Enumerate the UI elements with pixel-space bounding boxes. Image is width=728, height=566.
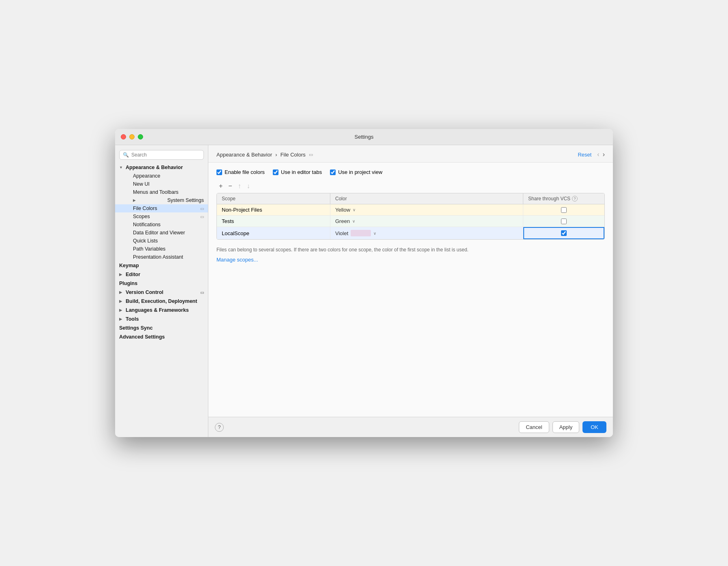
scope-cell: LocalScope xyxy=(217,227,330,239)
sidebar-item-notifications[interactable]: Notifications xyxy=(115,221,208,229)
table-row[interactable]: LocalScope Violet ∨ xyxy=(217,227,604,239)
color-cell[interactable]: Violet ∨ xyxy=(330,227,523,239)
titlebar: Settings xyxy=(115,129,613,145)
chevron-right-icon: ▶ xyxy=(119,272,124,277)
sidebar-item-keymap[interactable]: Keymap xyxy=(115,261,208,270)
table-header: Scope Color Share through VCS ? xyxy=(217,193,604,204)
sidebar-item-path-variables[interactable]: Path Variables xyxy=(115,245,208,253)
breadcrumb-separator-icon: › xyxy=(275,152,277,158)
breadcrumb: Appearance & Behavior › File Colors ▭ xyxy=(216,152,313,158)
sidebar-item-scopes[interactable]: Scopes ▭ xyxy=(115,212,208,221)
help-button[interactable]: ? xyxy=(215,423,224,432)
use-in-editor-tabs-label[interactable]: Use in editor tabs xyxy=(273,169,322,175)
chevron-down-icon: ▼ xyxy=(119,165,124,169)
sidebar-item-build-execution[interactable]: ▶ Build, Execution, Deployment xyxy=(115,297,208,306)
remove-button[interactable]: − xyxy=(226,181,234,191)
color-dropdown-arrow[interactable]: ∨ xyxy=(373,231,376,236)
sidebar-item-languages-frameworks[interactable]: ▶ Languages & Frameworks xyxy=(115,306,208,315)
sidebar-item-settings-sync[interactable]: Settings Sync xyxy=(115,324,208,332)
sidebar-item-appearance-behavior[interactable]: ▼ Appearance & Behavior xyxy=(115,163,208,172)
reset-button[interactable]: Reset xyxy=(578,152,591,158)
color-dropdown-arrow[interactable]: ∨ xyxy=(352,219,355,223)
main-body: Enable file colors Use in editor tabs Us… xyxy=(208,163,613,417)
sidebar-item-advanced-settings[interactable]: Advanced Settings xyxy=(115,332,208,341)
breadcrumb-panel-icon: ▭ xyxy=(309,152,313,157)
sidebar-item-plugins[interactable]: Plugins xyxy=(115,279,208,288)
enable-file-colors-checkbox[interactable] xyxy=(216,169,222,175)
share-vcs-checkbox[interactable] xyxy=(561,207,567,213)
sidebar-item-quick-lists[interactable]: Quick Lists xyxy=(115,237,208,245)
chevron-right-icon: ▶ xyxy=(119,299,124,303)
color-dropdown-arrow[interactable]: ∨ xyxy=(353,208,355,212)
sidebar-item-appearance[interactable]: Appearance xyxy=(115,172,208,180)
sidebar: 🔍 ▼ Appearance & Behavior Appearance New… xyxy=(115,145,208,437)
minimize-button[interactable] xyxy=(129,134,135,139)
scope-cell: Non-Project Files xyxy=(217,204,330,215)
sidebar-item-presentation-assistant[interactable]: Presentation Assistant xyxy=(115,253,208,261)
chevron-right-icon: ▶ xyxy=(119,308,124,312)
main-header: Appearance & Behavior › File Colors ▭ Re… xyxy=(208,145,613,163)
share-cell xyxy=(523,227,604,239)
sidebar-item-system-settings[interactable]: ▶ System Settings xyxy=(115,196,208,204)
nav-back-button[interactable]: ‹ xyxy=(597,151,599,158)
sidebar-item-data-editor[interactable]: Data Editor and Viewer xyxy=(115,229,208,237)
sidebar-item-new-ui[interactable]: New UI xyxy=(115,180,208,188)
scopes-icon: ▭ xyxy=(200,214,204,219)
share-vcs-checkbox[interactable] xyxy=(561,219,567,224)
manage-scopes-link[interactable]: Manage scopes... xyxy=(216,257,605,263)
color-selector[interactable]: Yellow ∨ xyxy=(335,207,518,213)
toolbar-row: + − ↑ ↓ xyxy=(216,181,605,193)
sidebar-item-file-colors[interactable]: File Colors ▭ xyxy=(115,204,208,212)
breadcrumb-current: File Colors xyxy=(280,152,306,158)
col-share: Share through VCS ? xyxy=(523,193,604,204)
table-row[interactable]: Non-Project Files Yellow ∨ xyxy=(217,204,604,216)
sidebar-item-editor[interactable]: ▶ Editor xyxy=(115,270,208,279)
nav-arrows: ‹ › xyxy=(597,151,605,158)
sidebar-item-menus-toolbars[interactable]: Menus and Toolbars xyxy=(115,188,208,196)
nav-forward-button[interactable]: › xyxy=(603,151,605,158)
sidebar-item-tools[interactable]: ▶ Tools xyxy=(115,315,208,324)
violet-color-swatch xyxy=(351,230,371,236)
main-panel: Appearance & Behavior › File Colors ▭ Re… xyxy=(208,145,613,437)
search-box[interactable]: 🔍 xyxy=(119,150,204,160)
use-in-editor-tabs-checkbox[interactable] xyxy=(273,169,278,175)
file-colors-icon: ▭ xyxy=(200,206,204,211)
move-up-button[interactable]: ↑ xyxy=(236,181,244,191)
settings-window: Settings 🔍 ▼ Appearance & Behavior Appea… xyxy=(115,129,613,437)
chevron-right-icon: ▶ xyxy=(119,317,124,321)
col-scope: Scope xyxy=(217,193,330,204)
window-title: Settings xyxy=(355,134,374,140)
chevron-right-icon: ▶ xyxy=(119,290,124,294)
cancel-button[interactable]: Cancel xyxy=(519,421,549,433)
apply-button[interactable]: Apply xyxy=(552,421,580,433)
enable-file-colors-label[interactable]: Enable file colors xyxy=(216,169,265,175)
breadcrumb-parent: Appearance & Behavior xyxy=(216,152,272,158)
share-cell xyxy=(523,216,604,227)
table-row[interactable]: Tests Green ∨ xyxy=(217,216,604,227)
color-cell[interactable]: Yellow ∨ xyxy=(330,204,523,215)
help-icon[interactable]: ? xyxy=(572,196,578,202)
color-cell[interactable]: Green ∨ xyxy=(330,216,523,227)
sidebar-item-version-control[interactable]: ▶ Version Control ▭ xyxy=(115,288,208,297)
footer-note: Files can belong to several scopes. If t… xyxy=(216,246,605,253)
action-buttons: Cancel Apply OK xyxy=(519,421,606,433)
chevron-right-icon: ▶ xyxy=(133,198,138,202)
color-selector[interactable]: Green ∨ xyxy=(335,218,518,224)
add-button[interactable]: + xyxy=(216,181,225,191)
share-cell xyxy=(523,204,604,215)
traffic-lights xyxy=(121,134,143,139)
file-colors-table: Scope Color Share through VCS ? xyxy=(216,193,605,240)
search-input[interactable] xyxy=(131,152,200,158)
maximize-button[interactable] xyxy=(138,134,143,139)
use-in-project-view-checkbox[interactable] xyxy=(330,169,336,175)
color-selector[interactable]: Violet ∨ xyxy=(335,230,518,236)
search-icon: 🔍 xyxy=(123,152,129,158)
use-in-project-view-label[interactable]: Use in project view xyxy=(330,169,382,175)
ok-button[interactable]: OK xyxy=(582,421,606,433)
options-row: Enable file colors Use in editor tabs Us… xyxy=(216,169,605,175)
sidebar-section-label: Appearance & Behavior xyxy=(126,165,183,170)
share-vcs-checkbox[interactable] xyxy=(561,230,567,236)
close-button[interactable] xyxy=(121,134,126,139)
main-content-area: 🔍 ▼ Appearance & Behavior Appearance New… xyxy=(115,145,613,437)
move-down-button[interactable]: ↓ xyxy=(244,181,253,191)
